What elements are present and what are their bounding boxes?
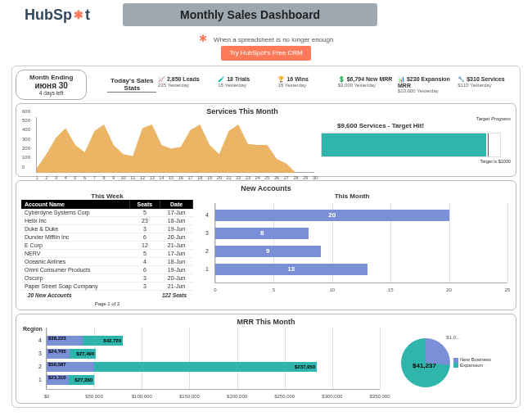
services-target-message: $9,600 Services - Target Hit!: [337, 122, 511, 129]
stat-item: 🧪 18 Trials18 Yesterday: [218, 76, 275, 93]
stat-item: 🔧 $310 Services$110 Yesterday: [458, 76, 515, 93]
new-accounts-bar-chart: 05101520254203829113: [201, 203, 511, 293]
table-row[interactable]: Helix Inc2318-Jun: [21, 216, 193, 224]
table-row[interactable]: E Corp1221-Jun: [21, 241, 193, 249]
table-row[interactable]: Paper Street Soap Company321-Jun: [21, 282, 193, 290]
accounts-table: Account NameSeatsDate Cyberdyne Systems …: [21, 200, 193, 291]
stat-item: 📈 2,850 Leads235 Yesterday: [158, 76, 215, 93]
services-card: Services This Month 0100200300400500600 …: [16, 103, 516, 177]
table-row[interactable]: NERV517-Jun: [21, 249, 193, 257]
stat-item: 📊 $230 Expansion MRR$10,600 Yesterday: [398, 76, 455, 93]
table-row[interactable]: Dunder Mifflin Inc620-Jun: [21, 233, 193, 241]
month-ending-box: Month Ending июня 30 4 days left: [16, 70, 87, 100]
stat-item: 💲 $6,794 New MRR$3,000 Yesterday: [338, 76, 395, 93]
sprocket-icon: ✱: [74, 8, 83, 21]
table-row[interactable]: Duke & Duke319-Jun: [21, 224, 193, 233]
mrr-pie-chart: $41,237 $1,0... New Business Expansion: [385, 326, 507, 400]
mrr-card: MRR This Month Region $0$50,000$100,000$…: [16, 314, 516, 404]
today-stats-title: Today's Sales Stats: [107, 77, 156, 93]
table-row[interactable]: Omni Consumer Products619-Jun: [21, 265, 193, 274]
sprocket-icon: ✱: [199, 33, 207, 44]
pie-icon: $41,237 $1,0...: [401, 338, 450, 387]
table-row[interactable]: Cyberdyne Systems Corp517-Jun: [21, 209, 193, 217]
new-accounts-card: New Accounts This Week This Month Accoun…: [16, 180, 516, 310]
hubspot-logo: HubSp✱t: [25, 7, 90, 24]
table-row[interactable]: Oscorp320-Jun: [21, 274, 193, 282]
services-area-chart: 0100200300400500600 12345678910111213141…: [36, 117, 314, 173]
try-crm-button[interactable]: Try HubSpot's Free CRM: [221, 46, 310, 61]
mrr-stacked-bar-chart: Region $0$50,000$100,000$150,000$200,000…: [21, 326, 381, 400]
table-row[interactable]: Oceanic Airlines418-Jun: [21, 257, 193, 265]
services-progress-bar: [321, 133, 501, 157]
promo-bar: ✱ When a spreadsheet is no longer enough…: [0, 29, 532, 64]
dashboard: Month Ending июня 30 4 days left Today's…: [11, 66, 521, 408]
stat-item: 🏆 16 Wins18 Yesterday: [277, 76, 335, 93]
page-title: Monthly Sales Dashboard: [123, 3, 377, 26]
pie-legend: New Business Expansion: [453, 357, 491, 368]
